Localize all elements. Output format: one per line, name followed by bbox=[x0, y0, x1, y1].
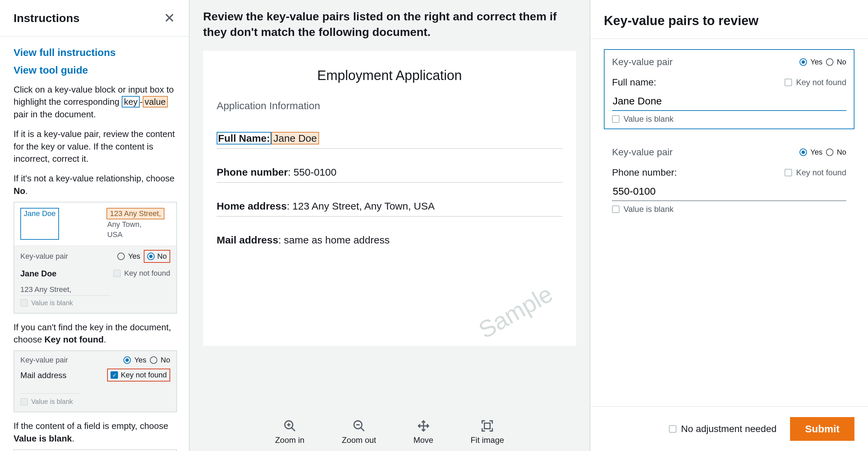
kv-card-0[interactable]: Key-value pair Yes No Full name: Key not… bbox=[604, 49, 854, 129]
instr-paragraph-2: If it is a key-value pair, review the co… bbox=[14, 128, 177, 165]
value-chip: value bbox=[143, 96, 168, 107]
kv0-blank-checkbox[interactable] bbox=[612, 115, 619, 123]
kv1-value-input[interactable] bbox=[612, 183, 846, 201]
field-home-address: Home address: 123 Any Street, Any Town, … bbox=[217, 196, 563, 217]
close-icon[interactable]: ✕ bbox=[164, 10, 175, 26]
kv0-radio-no[interactable] bbox=[826, 58, 833, 66]
kv-card-1[interactable]: Key-value pair Yes No Phone number: Key … bbox=[604, 139, 854, 219]
fit-image-button[interactable]: Fit image bbox=[471, 419, 504, 445]
review-prompt: Review the key-value pairs listed on the… bbox=[190, 0, 590, 51]
example-box-3: Cell number bbox=[14, 449, 177, 451]
document-panel: Review the key-value pairs listed on the… bbox=[190, 0, 590, 451]
image-toolbar: Zoom in Zoom out Move Fit image bbox=[190, 409, 590, 451]
example-radio-yes bbox=[117, 253, 125, 260]
kv1-radio-yes[interactable] bbox=[800, 149, 807, 156]
kv0-key: Full name: bbox=[612, 77, 656, 88]
instr-paragraph-1: Click on a key-value block or input box … bbox=[14, 83, 177, 120]
kv-pair-label: Key-value pair bbox=[612, 57, 673, 67]
example-knf-checkbox bbox=[113, 270, 121, 277]
example2-knf-checkbox: ✓ bbox=[111, 371, 118, 379]
instructions-panel: Instructions ✕ View full instructions Vi… bbox=[0, 0, 190, 451]
instr-paragraph-3: If it's not a key-value relationship, ch… bbox=[14, 172, 177, 197]
instructions-title: Instructions bbox=[14, 12, 80, 25]
document-preview[interactable]: Employment Application Application Infor… bbox=[203, 51, 576, 346]
zoom-in-icon bbox=[283, 419, 297, 433]
kv-pair-label: Key-value pair bbox=[612, 147, 673, 158]
sample-watermark: Sample bbox=[474, 280, 557, 344]
review-footer: No adjustment needed Submit bbox=[590, 406, 868, 451]
highlight-key: Full Name: bbox=[217, 132, 271, 144]
example-box-1: Jane Doe 123 Any Street, Any Town, USA K… bbox=[14, 202, 177, 313]
no-adjustment-checkbox[interactable] bbox=[669, 425, 676, 433]
instructions-header: Instructions ✕ bbox=[0, 0, 189, 37]
zoom-out-button[interactable]: Zoom out bbox=[342, 419, 376, 445]
field-full-name: Full Name:Jane Doe bbox=[217, 129, 563, 149]
review-title: Key-value pairs to review bbox=[590, 0, 868, 39]
svg-line-5 bbox=[361, 428, 364, 431]
fit-image-icon bbox=[480, 419, 494, 433]
example-no-highlight: No bbox=[144, 250, 170, 263]
review-body: Key-value pair Yes No Full name: Key not… bbox=[590, 39, 868, 406]
example-blank-checkbox bbox=[20, 299, 28, 307]
submit-button[interactable]: Submit bbox=[790, 417, 854, 441]
svg-rect-9 bbox=[485, 423, 490, 429]
move-icon bbox=[417, 419, 430, 433]
example-box-2: Key-value pair Yes No Mail address ✓Key … bbox=[14, 350, 177, 412]
no-adjustment-label[interactable]: No adjustment needed bbox=[669, 424, 777, 434]
highlight-value: Jane Doe bbox=[271, 132, 319, 144]
instr-paragraph-4: If you can't find the key in the documen… bbox=[14, 321, 177, 346]
svg-line-1 bbox=[292, 428, 295, 431]
kv0-knf-checkbox[interactable] bbox=[785, 79, 792, 86]
example-name-chip: Jane Doe bbox=[20, 208, 59, 239]
kv1-blank-checkbox[interactable] bbox=[612, 205, 619, 213]
kv1-knf-checkbox[interactable] bbox=[785, 169, 792, 176]
key-chip: key bbox=[122, 96, 139, 107]
zoom-out-icon bbox=[352, 419, 366, 433]
field-mail-address: Mail address: same as home address bbox=[217, 230, 563, 250]
example-radio-no bbox=[147, 253, 155, 260]
doc-subtitle: Application Information bbox=[217, 100, 563, 112]
kv1-key: Phone number: bbox=[612, 167, 677, 178]
view-tool-guide-link[interactable]: View tool guide bbox=[14, 64, 177, 76]
kv0-radio-yes[interactable] bbox=[800, 58, 807, 66]
field-phone: Phone number: 550-0100 bbox=[217, 162, 563, 183]
example2-radio-no bbox=[150, 356, 157, 364]
view-full-instructions-link[interactable]: View full instructions bbox=[14, 47, 177, 58]
example2-radio-yes bbox=[123, 356, 131, 364]
zoom-in-button[interactable]: Zoom in bbox=[275, 419, 304, 445]
example2-knf-highlight: ✓Key not found bbox=[107, 369, 170, 381]
example-address-chip: 123 Any Street, bbox=[106, 208, 164, 219]
review-panel: Key-value pairs to review Key-value pair… bbox=[590, 0, 868, 451]
move-button[interactable]: Move bbox=[413, 419, 433, 445]
instructions-body[interactable]: View full instructions View tool guide C… bbox=[0, 37, 189, 451]
instr-paragraph-5: If the content of a field is empty, choo… bbox=[14, 420, 177, 445]
kv0-value-input[interactable] bbox=[612, 93, 846, 111]
kv1-radio-no[interactable] bbox=[826, 149, 833, 156]
doc-title: Employment Application bbox=[217, 68, 563, 83]
example2-blank-checkbox bbox=[20, 398, 28, 406]
